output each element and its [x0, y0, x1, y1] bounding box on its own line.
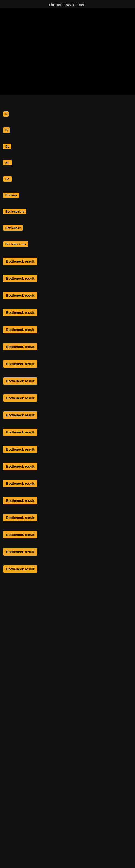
- partial-label-1: B: [3, 112, 132, 123]
- full-label-1: Bottleneck result: [3, 258, 132, 270]
- full-label-12: Bottleneck result: [3, 446, 132, 458]
- full-label-13: Bottleneck result: [3, 463, 132, 475]
- full-label-8: Bottleneck result: [3, 377, 132, 390]
- partial-label-7: Bottleneck re: [3, 209, 132, 220]
- site-title: TheBottlenecker.com: [0, 0, 135, 8]
- full-label-3: Bottleneck result: [3, 292, 132, 304]
- partial-label-6: Bottlene: [3, 193, 132, 204]
- partial-label-9: Bottleneck res: [3, 241, 132, 253]
- partial-label-3: Bo: [3, 144, 132, 155]
- full-label-18: Bottleneck result: [3, 548, 132, 560]
- partial-label-2: B: [3, 127, 132, 139]
- full-label-4: Bottleneck result: [3, 309, 132, 321]
- full-label-6: Bottleneck result: [3, 343, 132, 355]
- full-label-10: Bottleneck result: [3, 411, 132, 424]
- full-label-16: Bottleneck result: [3, 514, 132, 526]
- full-label-7: Bottleneck result: [3, 360, 132, 372]
- partial-label-4: Bo: [3, 160, 132, 172]
- full-label-5: Bottleneck result: [3, 326, 132, 338]
- full-label-15: Bottleneck result: [3, 497, 132, 509]
- full-label-2: Bottleneck result: [3, 275, 132, 287]
- full-label-14: Bottleneck result: [3, 480, 132, 492]
- full-label-11: Bottleneck result: [3, 429, 132, 441]
- chart-area: [0, 8, 135, 95]
- partial-label-5: Bo: [3, 176, 132, 188]
- full-label-9: Bottleneck result: [3, 394, 132, 407]
- partial-label-8: Bottleneck: [3, 225, 132, 237]
- full-label-19: Bottleneck result: [3, 565, 132, 578]
- full-label-17: Bottleneck result: [3, 531, 132, 543]
- results-container: B B Bo Bo Bo Bottlene Bottleneck re Bott…: [0, 95, 135, 588]
